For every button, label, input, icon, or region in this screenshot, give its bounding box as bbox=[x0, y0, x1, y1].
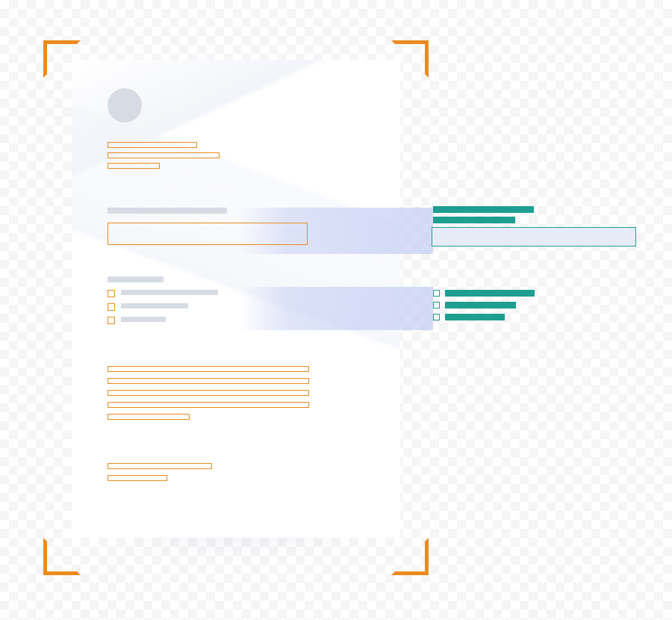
avatar-placeholder-icon bbox=[108, 88, 142, 123]
doc-checkbox[interactable] bbox=[108, 290, 115, 297]
doc-footer-line bbox=[108, 463, 212, 469]
extracted-checkbox[interactable] bbox=[433, 302, 440, 309]
doc-checkbox[interactable] bbox=[108, 317, 115, 324]
doc-paragraph-line bbox=[108, 378, 309, 384]
extracted-field-label-line bbox=[433, 217, 515, 223]
doc-input-field[interactable] bbox=[108, 223, 308, 245]
extracted-checklist-item-line bbox=[445, 302, 516, 309]
doc-checklist-item-line bbox=[121, 290, 218, 295]
doc-header-line bbox=[108, 142, 197, 148]
extracted-checkbox[interactable] bbox=[433, 290, 440, 297]
extracted-input-field[interactable] bbox=[432, 227, 636, 247]
doc-paragraph-line bbox=[108, 366, 309, 372]
doc-paragraph-line bbox=[108, 402, 309, 408]
doc-paragraph-line bbox=[108, 414, 190, 420]
doc-checklist-item-line bbox=[121, 317, 166, 322]
doc-header-line bbox=[108, 163, 160, 169]
extracted-checklist-item-line bbox=[445, 314, 505, 320]
doc-checkbox[interactable] bbox=[108, 303, 115, 311]
extracted-field-label-line bbox=[433, 206, 534, 213]
doc-checklist-item-line bbox=[121, 303, 188, 309]
doc-header-line bbox=[108, 152, 220, 158]
extracted-checkbox[interactable] bbox=[433, 314, 440, 320]
extraction-beam-checklist bbox=[239, 287, 433, 330]
doc-field-label-line bbox=[108, 208, 227, 214]
extracted-checklist-item-line bbox=[445, 290, 535, 297]
doc-checklist-title-line bbox=[108, 276, 164, 282]
doc-footer-line bbox=[108, 475, 167, 481]
doc-paragraph-line bbox=[108, 390, 309, 396]
illustration-stage bbox=[0, 0, 672, 620]
